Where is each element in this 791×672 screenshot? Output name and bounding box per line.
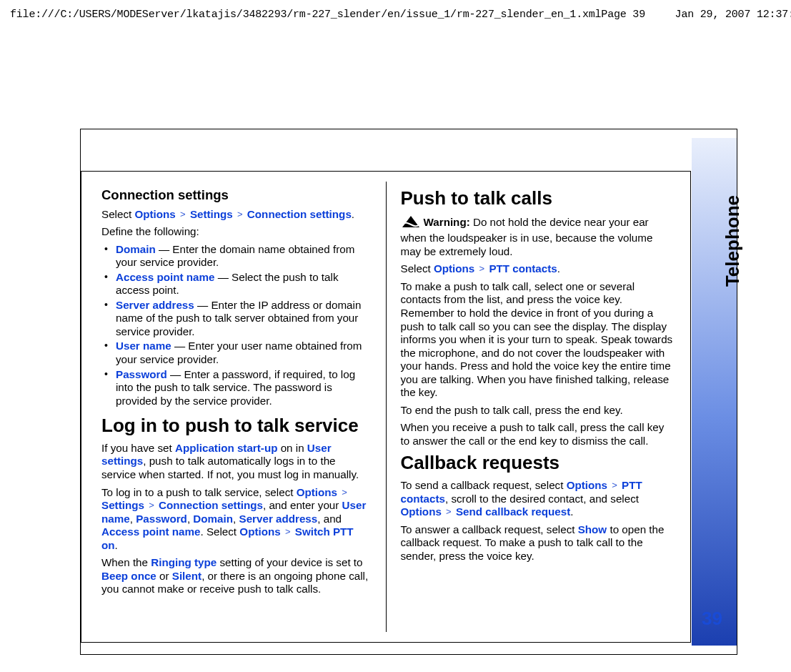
list-item: Access point name — Select the push to t… bbox=[101, 271, 372, 297]
login-paragraph-2: To log in to a push to talk service, sel… bbox=[101, 486, 372, 553]
callback-paragraph-2: To answer a callback request, select Sho… bbox=[401, 523, 674, 563]
list-item: Password — Enter a password, if required… bbox=[101, 368, 372, 408]
heading-ptt-calls: Push to talk calls bbox=[401, 187, 674, 210]
header-right: Page 39 Jan 29, 2007 12:37:36 PM bbox=[601, 9, 791, 21]
warning-icon bbox=[401, 214, 421, 232]
settings-list: Domain — Enter the domain name obtained … bbox=[101, 243, 372, 408]
header-timestamp: Jan 29, 2007 12:37:36 PM bbox=[675, 9, 791, 21]
section-label-vertical: Telephone bbox=[722, 195, 744, 287]
chevron-right-icon: > bbox=[610, 480, 619, 490]
connection-select-path: Select Options > Settings > Connection s… bbox=[101, 208, 372, 222]
chevron-right-icon: > bbox=[236, 209, 244, 219]
page: file:///C:/USERS/MODEServer/lkatajis/348… bbox=[0, 0, 791, 672]
chevron-right-icon: > bbox=[284, 526, 292, 537]
right-column: Push to talk calls Warning: Do not hold … bbox=[387, 172, 691, 642]
list-item: Domain — Enter the domain name obtained … bbox=[101, 243, 372, 270]
print-header: file:///C:/USERS/MODEServer/lkatajis/348… bbox=[0, 9, 791, 21]
chevron-right-icon: > bbox=[340, 487, 349, 498]
warning-label: Warning: bbox=[424, 216, 473, 228]
chevron-right-icon: > bbox=[147, 500, 156, 510]
define-following: Define the following: bbox=[101, 225, 372, 239]
warning-paragraph: Warning: Do not hold the device near you… bbox=[401, 214, 674, 259]
header-path: file:///C:/USERS/MODEServer/lkatajis/348… bbox=[10, 9, 601, 21]
chevron-right-icon: > bbox=[478, 263, 487, 274]
heading-callback: Callback requests bbox=[401, 452, 674, 475]
header-page: Page 39 bbox=[601, 9, 645, 21]
heading-login: Log in to push to talk service bbox=[101, 415, 372, 438]
list-item: Server address — Enter the IP address or… bbox=[101, 299, 372, 339]
page-number: 39 bbox=[702, 608, 722, 630]
left-column: Connection settings Select Options > Set… bbox=[81, 172, 386, 642]
login-paragraph-1: If you have set Application start-up on … bbox=[101, 442, 372, 482]
outer-crop-box: Connection settings Select Options > Set… bbox=[80, 129, 737, 655]
callback-paragraph-1: To send a callback request, select Optio… bbox=[401, 479, 674, 519]
ptt-paragraph-1: To make a push to talk call, select one … bbox=[401, 280, 674, 400]
side-tab: Telephone 39 bbox=[692, 138, 737, 646]
ptt-select-path: Select Options > PTT contacts. bbox=[401, 262, 674, 276]
chevron-right-icon: > bbox=[444, 506, 453, 517]
list-item: User name — Enter your user name obtaine… bbox=[101, 340, 372, 366]
heading-connection-settings: Connection settings bbox=[101, 187, 372, 204]
ptt-paragraph-2: To end the push to talk call, press the … bbox=[401, 404, 674, 417]
ptt-paragraph-3: When you receive a push to talk call, pr… bbox=[401, 421, 674, 448]
chevron-right-icon: > bbox=[179, 209, 187, 219]
content-box: Connection settings Select Options > Set… bbox=[81, 171, 691, 643]
login-paragraph-3: When the Ringing type setting of your de… bbox=[101, 556, 372, 596]
